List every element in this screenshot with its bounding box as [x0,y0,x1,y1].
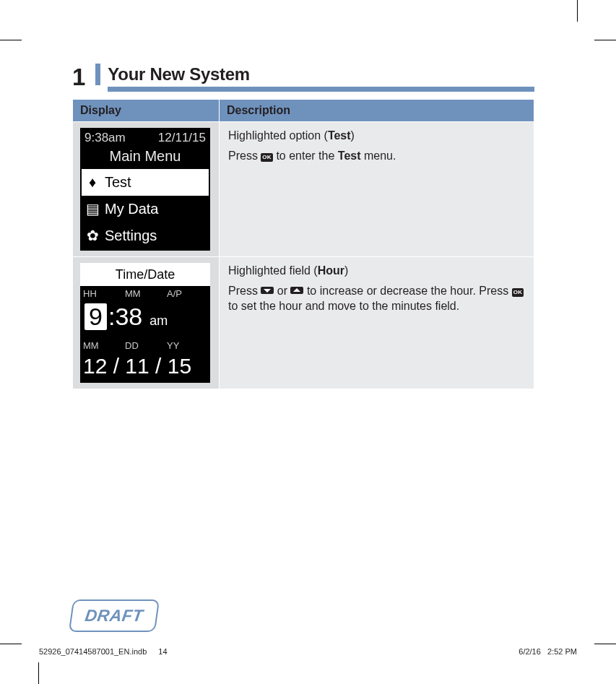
lcd-label: MM [125,287,167,300]
desc-text: Press [228,285,261,297]
lcd-time-row: 9 : 38 am [80,300,210,338]
table-row: 9:38am 12/11/15 Main Menu ♦ Test ▤ My Da… [73,122,534,257]
lcd-sep: : [108,300,115,334]
desc-text: ) [351,129,355,142]
lcd-minutes: 38 [115,300,142,334]
desc-text: or [274,285,290,297]
desc-text: Press [228,150,261,162]
data-icon: ▤ [86,199,99,219]
chapter-rule [108,87,534,92]
lcd-label: MM [83,339,125,352]
display-cell: 9:38am 12/11/15 Main Menu ♦ Test ▤ My Da… [73,122,220,257]
lcd-menu-item-test: ♦ Test [82,169,209,196]
desc-text: Highlighted option ( [228,129,328,142]
page-content: 1 Your New System Display Description 9 [72,64,534,389]
desc-text: to increase or decrease the hour. Press [303,285,511,297]
ok-button-icon: OK [261,153,273,162]
lcd-date-row: 12 / 11 / 15 [80,352,210,383]
lcd-date: 12/11/15 [158,130,206,147]
up-arrow-icon [290,287,303,294]
col-header-display: Display [73,100,220,122]
desc-bold: Hour [318,264,344,277]
chapter-title: Your New System [108,64,249,85]
lcd-time-labels: HH MM A/P [80,286,210,300]
lcd-date-labels: MM DD YY [80,338,210,352]
lcd-main-menu: 9:38am 12/11/15 Main Menu ♦ Test ▤ My Da… [80,128,210,251]
footer-file: 52926_07414587001_EN.indb [39,647,147,656]
crop-mark [38,662,39,684]
draft-watermark: DRAFT [69,599,160,632]
gear-icon: ✿ [86,226,99,246]
crop-mark [0,40,22,40]
crop-mark [577,0,578,22]
desc-bold: Test [338,150,361,162]
footer-slug: 52926_07414587001_EN.indb 14 6/2/16 2:52… [39,647,577,656]
lcd-time: 9:38am [84,130,126,147]
lcd-time-date: Time/Date HH MM A/P 9 : 38 am [80,263,210,383]
table-row: Time/Date HH MM A/P 9 : 38 am [73,256,534,389]
crop-mark [594,40,616,40]
lcd-menu-label: My Data [105,199,158,219]
lcd-label: HH [83,287,125,300]
desc-line: Press or to increase or decrease the hou… [228,283,525,314]
display-cell: Time/Date HH MM A/P 9 : 38 am [73,256,220,389]
desc-text: to set the hour and move to the minutes … [228,300,459,312]
desc-text: ) [344,264,348,277]
desc-line: Highlighted field (Hour) [228,263,525,279]
lcd-label: DD [125,339,167,352]
chapter-accent [95,64,100,85]
desc-text: menu. [361,150,396,162]
col-header-description: Description [220,100,534,122]
desc-line: Press OK to enter the Test menu. [228,148,525,164]
chapter-number: 1 [72,64,85,89]
desc-text: Highlighted field ( [228,264,318,277]
description-cell: Highlighted field (Hour) Press or to inc… [220,256,534,389]
lcd-screen-title: Main Menu [82,147,209,169]
down-arrow-icon [261,287,274,294]
chapter-title-row: Your New System [95,64,534,85]
lcd-hour-highlighted: 9 [84,303,107,330]
desc-text: to enter the [273,150,338,162]
lcd-menu-item-settings: ✿ Settings [82,222,209,249]
chapter-header: 1 Your New System [72,64,534,92]
footer-page: 14 [158,647,167,656]
footer-date: 6/2/16 [519,647,541,656]
display-description-table: Display Description 9:38am 12/11/15 Main… [72,99,534,389]
footer-time: 2:52 PM [547,647,577,656]
lcd-menu-item-mydata: ▤ My Data [82,196,209,222]
desc-line: Highlighted option (Test) [228,128,525,144]
desc-bold: Test [328,129,351,142]
crop-mark [0,644,22,644]
ok-button-icon: OK [512,288,524,297]
lcd-label: YY [167,339,207,352]
description-cell: Highlighted option (Test) Press OK to en… [220,122,534,257]
chapter-bar: Your New System [95,64,534,92]
lcd-menu-label: Test [105,173,131,192]
draft-label: DRAFT [84,606,144,625]
lcd-statusbar: 9:38am 12/11/15 [82,129,209,147]
droplet-icon: ♦ [86,173,99,192]
lcd-menu-label: Settings [105,226,157,246]
lcd-label: A/P [167,287,207,300]
lcd-ampm: am [149,312,168,329]
crop-mark [594,644,616,644]
lcd-screen-title: Time/Date [80,263,210,286]
